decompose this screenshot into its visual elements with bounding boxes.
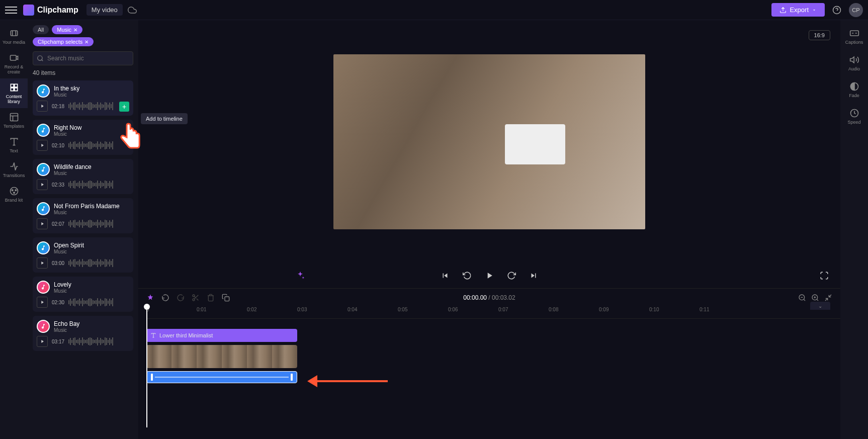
music-note-icon (37, 163, 50, 176)
music-note-icon (37, 84, 50, 98)
audio-clip[interactable] (146, 371, 297, 383)
close-icon[interactable]: ✕ (73, 27, 77, 33)
chip-music[interactable]: Music✕ (52, 25, 82, 34)
track-title: Wildlife dance (54, 163, 92, 170)
redo-button[interactable] (177, 294, 185, 302)
prop-captions[interactable]: Captions (840, 24, 868, 49)
svg-point-12 (38, 56, 42, 60)
preview-play-button[interactable] (37, 179, 48, 190)
nav-your-media[interactable]: Your media (0, 24, 28, 49)
video-preview[interactable] (333, 54, 645, 229)
skip-forward-button[interactable] (528, 270, 540, 282)
delete-button[interactable] (207, 294, 215, 302)
project-title[interactable]: My video (86, 4, 123, 16)
fullscreen-button[interactable] (818, 270, 830, 282)
music-note-icon (37, 124, 50, 137)
track-subtitle: Music (54, 92, 79, 98)
nav-label: Record & create (2, 64, 26, 74)
undo-button[interactable] (161, 294, 169, 302)
prop-fade[interactable]: Fade (840, 77, 868, 102)
music-item[interactable]: Open SpiritMusic03:00 (33, 237, 133, 273)
zoom-out-button[interactable] (798, 294, 806, 302)
brand-name: Clipchamp (37, 6, 78, 15)
track-title: In the sky (54, 85, 79, 92)
video-clip[interactable] (146, 345, 297, 368)
waveform-icon (68, 180, 129, 189)
preview-play-button[interactable] (37, 336, 48, 347)
svg-rect-2 (10, 55, 16, 60)
preview-play-button[interactable] (37, 140, 48, 151)
close-icon[interactable]: ✕ (84, 39, 89, 45)
zoom-in-button[interactable] (811, 294, 819, 302)
search-input[interactable] (33, 51, 133, 65)
user-avatar[interactable]: CP (849, 3, 863, 17)
music-note-icon (37, 241, 50, 254)
nav-label: Templates (4, 124, 24, 129)
menu-icon[interactable] (5, 4, 17, 16)
help-icon[interactable] (830, 3, 844, 17)
fit-button[interactable] (824, 294, 832, 302)
track-duration: 03:00 (52, 260, 64, 266)
track-subtitle: Music (54, 288, 71, 294)
music-item[interactable]: In the skyMusic02:18+ (33, 80, 133, 116)
title-clip[interactable]: Lower third Minimalist (146, 329, 297, 342)
chip-all[interactable]: All (33, 25, 49, 34)
svg-rect-6 (14, 88, 17, 91)
app-header: Clipchamp My video Export CP (0, 0, 868, 20)
ruler-tick: 0:02 (247, 307, 256, 312)
arrow-annotation (307, 375, 388, 387)
add-clip-icon[interactable] (146, 294, 154, 302)
ruler-tick: 0:10 (649, 307, 659, 312)
play-button[interactable] (483, 270, 495, 282)
svg-point-13 (193, 295, 195, 297)
music-note-icon (37, 281, 50, 294)
skip-back-button[interactable] (439, 270, 451, 282)
forward-button[interactable] (505, 270, 517, 282)
music-item[interactable]: Not From Paris MadameMusic02:07 (33, 198, 133, 233)
svg-rect-5 (11, 88, 14, 91)
clip-handle-right[interactable] (291, 374, 293, 381)
clip-handle-left[interactable] (151, 374, 153, 381)
track-title: Lovely (54, 281, 71, 288)
music-item[interactable]: LovelyMusic02:30 (33, 277, 133, 312)
aspect-ratio-button[interactable]: 16:9 (809, 30, 830, 40)
split-button[interactable] (192, 294, 200, 302)
item-count: 40 items (33, 69, 133, 76)
nav-templates[interactable]: Templates (0, 108, 28, 133)
preview-play-button[interactable] (37, 218, 48, 229)
svg-point-14 (193, 299, 195, 301)
export-button[interactable]: Export (771, 3, 825, 17)
ruler-tick: 0:05 (398, 307, 407, 312)
waveform-icon (68, 258, 129, 268)
music-note-icon (37, 320, 50, 333)
svg-rect-18 (850, 31, 858, 36)
track-subtitle: Music (54, 249, 84, 254)
duplicate-button[interactable] (222, 294, 230, 302)
time-display: 00:00.00 / 00:03.02 (463, 294, 515, 301)
nav-record-create[interactable]: Record & create (0, 49, 28, 78)
timeline-ruler[interactable]: 00:010:020:030:040:050:060:070:080:090:1… (146, 307, 840, 319)
preview-play-button[interactable] (37, 101, 48, 112)
prop-audio[interactable]: Audio (840, 51, 868, 75)
preview-play-button[interactable] (37, 257, 48, 269)
prop-speed[interactable]: Speed (840, 104, 868, 129)
svg-rect-1 (11, 31, 17, 36)
nav-label: Brand kit (5, 198, 23, 203)
music-item[interactable]: Wildlife danceMusic02:33 (33, 159, 133, 194)
music-note-icon (37, 202, 50, 215)
preview-play-button[interactable] (37, 297, 48, 308)
add-to-timeline-button[interactable]: + (119, 102, 129, 112)
total-time: 00:03.02 (492, 294, 515, 301)
nav-content-library[interactable]: Content library (0, 78, 28, 108)
playhead[interactable] (146, 307, 147, 427)
rewind-button[interactable] (461, 270, 473, 282)
chip-clipchamp-selects[interactable]: Clipchamp selects✕ (33, 37, 94, 46)
music-item[interactable]: Echo BayMusic03:17 (33, 316, 133, 351)
magic-icon[interactable] (294, 270, 306, 282)
nav-brand-kit[interactable]: Brand kit (0, 182, 28, 207)
nav-text[interactable]: Text (0, 133, 28, 157)
nav-transitions[interactable]: Transitions (0, 157, 28, 182)
export-label: Export (790, 6, 809, 14)
clipchamp-logo (23, 5, 34, 16)
nav-label: Text (10, 148, 18, 153)
